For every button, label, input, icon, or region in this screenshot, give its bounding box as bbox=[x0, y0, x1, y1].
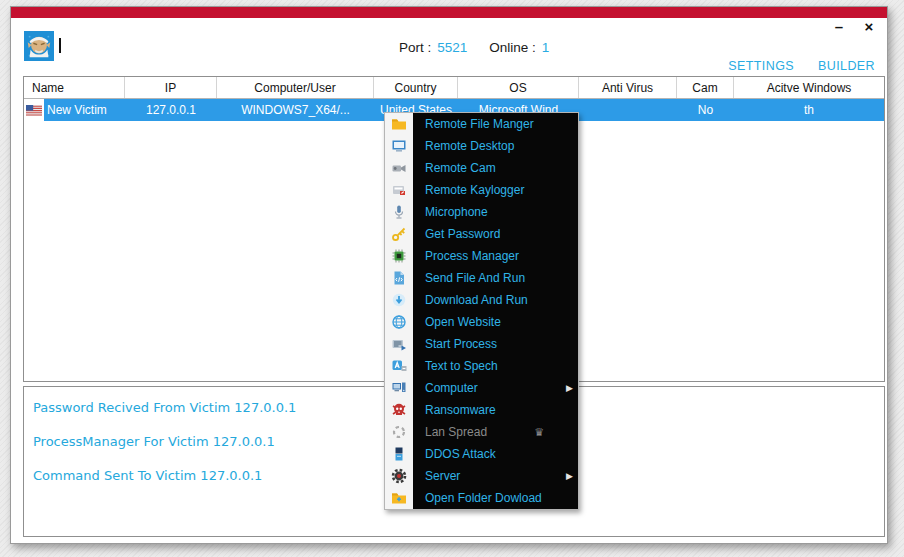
menu-item-ransomware[interactable]: Ransomware bbox=[385, 399, 578, 421]
camera-icon bbox=[391, 160, 407, 176]
lan-spread-icon bbox=[391, 424, 407, 440]
crown-icon: ♛ bbox=[534, 426, 544, 439]
us-flag-icon bbox=[26, 105, 42, 116]
column-header-cam[interactable]: Cam bbox=[677, 77, 734, 98]
cell-cam: No bbox=[677, 99, 734, 121]
online-label: Online : bbox=[489, 40, 536, 55]
menu-item-process-manager[interactable]: Process Manager bbox=[385, 245, 578, 267]
menu-item-remote-file-manager[interactable]: Remote File Manger bbox=[385, 113, 578, 135]
chip-icon bbox=[391, 248, 407, 264]
port-value: 5521 bbox=[437, 40, 467, 55]
menu-item-open-folder-download[interactable]: Open Folder Dowload bbox=[385, 487, 578, 509]
row-gutter bbox=[24, 99, 44, 121]
text-to-speech-icon bbox=[391, 358, 407, 374]
ddos-icon bbox=[391, 446, 407, 462]
menu-item-lan-spread: Lan Spread ♛ bbox=[385, 421, 578, 443]
menu-item-microphone[interactable]: Microphone bbox=[385, 201, 578, 223]
app-logo-icon bbox=[24, 31, 54, 61]
port-label: Port : bbox=[399, 40, 431, 55]
folder-icon bbox=[391, 116, 407, 132]
menu-item-remote-cam[interactable]: Remote Cam bbox=[385, 157, 578, 179]
download-icon bbox=[391, 292, 407, 308]
title-caret bbox=[59, 38, 61, 53]
menu-item-server[interactable]: Server ▶ bbox=[385, 465, 578, 487]
process-icon bbox=[391, 336, 407, 352]
menu-item-send-file-and-run[interactable]: Send File And Run bbox=[385, 267, 578, 289]
submenu-arrow-icon: ▶ bbox=[566, 471, 573, 481]
menu-item-open-website[interactable]: Open Website bbox=[385, 311, 578, 333]
column-header-antivirus[interactable]: Anti Virus bbox=[579, 77, 677, 98]
close-button[interactable]: × bbox=[861, 19, 877, 35]
folder-plus-icon bbox=[391, 490, 407, 506]
cell-active-windows: th bbox=[734, 99, 884, 121]
minimize-button[interactable]: – bbox=[831, 19, 847, 35]
victim-context-menu: Remote File Manger Remote Desktop Remote… bbox=[384, 112, 579, 510]
computer-icon bbox=[391, 380, 407, 396]
window-controls: – × bbox=[831, 19, 877, 35]
submenu-arrow-icon: ▶ bbox=[566, 383, 573, 393]
column-header-name[interactable]: Name bbox=[24, 77, 125, 98]
builder-link[interactable]: BUILDER bbox=[818, 59, 875, 73]
menu-item-ddos-attack[interactable]: DDOS Attack bbox=[385, 443, 578, 465]
menu-item-start-process[interactable]: Start Process bbox=[385, 333, 578, 355]
column-header-ip[interactable]: IP bbox=[125, 77, 217, 98]
key-icon bbox=[391, 226, 407, 242]
menu-item-remote-keylogger[interactable]: Remote Kaylogger bbox=[385, 179, 578, 201]
main-window: – × Port : 5521 Online : 1 SETTINGS BUIL… bbox=[10, 6, 888, 544]
menu-item-download-and-run[interactable]: Download And Run bbox=[385, 289, 578, 311]
column-header-os[interactable]: OS bbox=[458, 77, 579, 98]
cell-antivirus bbox=[579, 99, 677, 121]
menu-item-text-to-speech[interactable]: Text to Spech bbox=[385, 355, 578, 377]
menu-item-get-password[interactable]: Get Password bbox=[385, 223, 578, 245]
online-count: 1 bbox=[542, 40, 550, 55]
skull-icon bbox=[391, 402, 407, 418]
gear-icon bbox=[391, 468, 407, 484]
cell-computer-user: WINDOWS7_X64/... bbox=[217, 99, 374, 121]
column-header-country[interactable]: Country bbox=[374, 77, 458, 98]
keylogger-icon bbox=[391, 182, 407, 198]
titlebar-red-stripe bbox=[11, 7, 887, 18]
globe-icon bbox=[391, 314, 407, 330]
desktop-icon bbox=[391, 138, 407, 154]
status-bar: Port : 5521 Online : 1 bbox=[399, 40, 549, 55]
settings-link[interactable]: SETTINGS bbox=[728, 59, 794, 73]
microphone-icon bbox=[391, 204, 407, 220]
menu-item-computer[interactable]: Computer ▶ bbox=[385, 377, 578, 399]
cell-name: New Victim bbox=[44, 99, 125, 121]
cell-ip: 127.0.0.1 bbox=[125, 99, 217, 121]
column-header-active-windows[interactable]: Acitve Windows bbox=[734, 77, 884, 98]
table-header: Name IP Computer/User Country OS Anti Vi… bbox=[24, 77, 884, 99]
menu-item-remote-desktop[interactable]: Remote Desktop bbox=[385, 135, 578, 157]
file-icon bbox=[391, 270, 407, 286]
top-nav: SETTINGS BUILDER bbox=[728, 59, 875, 73]
column-header-computer-user[interactable]: Computer/User bbox=[217, 77, 374, 98]
